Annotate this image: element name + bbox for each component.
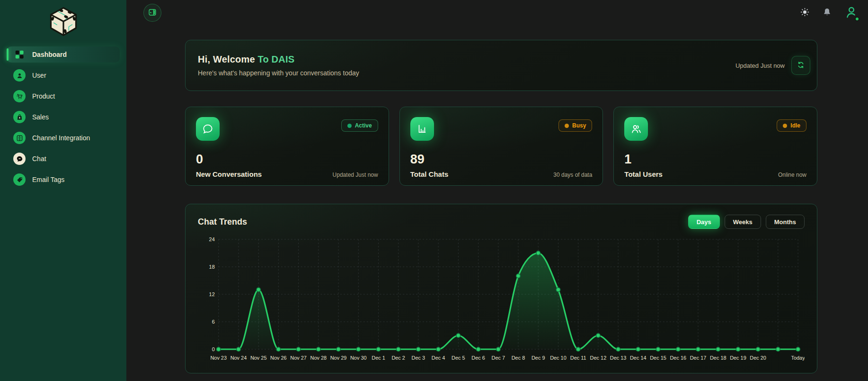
- svg-text:Nov 27: Nov 27: [290, 355, 307, 361]
- stat-label: New Conversations: [196, 170, 262, 178]
- svg-text:Dec 3: Dec 3: [412, 355, 425, 361]
- sidebar-item-chat[interactable]: Chat: [7, 151, 120, 167]
- stat-value: 1: [624, 152, 806, 167]
- svg-text:0: 0: [212, 346, 215, 352]
- svg-text:6: 6: [212, 319, 215, 325]
- status-badge-label: Idle: [790, 122, 800, 129]
- chart-title: Chat Trends: [198, 217, 247, 227]
- svg-text:Dec 7: Dec 7: [492, 355, 505, 361]
- sidebar-item-label: Dashboard: [32, 51, 67, 58]
- svg-text:Dec 9: Dec 9: [531, 355, 545, 361]
- user-avatar-button[interactable]: [844, 5, 859, 21]
- banner-right: Updated Just now: [735, 56, 810, 75]
- stat-label: Total Users: [624, 170, 663, 178]
- svg-text:Dec 2: Dec 2: [391, 355, 405, 361]
- svg-text:Nov 25: Nov 25: [250, 355, 267, 361]
- svg-text:Dec 19: Dec 19: [730, 355, 746, 361]
- range-button-weeks[interactable]: Weeks: [725, 215, 761, 229]
- svg-text:Dec 15: Dec 15: [650, 355, 666, 361]
- status-badge: Active: [341, 119, 378, 132]
- svg-text:Dec 11: Dec 11: [570, 355, 586, 361]
- welcome-banner: Hi, Welcome To DAIS Here's what's happen…: [185, 40, 817, 91]
- sidebar-item-label: User: [32, 72, 46, 79]
- dashboard-content: Hi, Welcome To DAIS Here's what's happen…: [126, 40, 868, 373]
- welcome-text-block: Hi, Welcome To DAIS Here's what's happen…: [198, 54, 359, 77]
- chart-svg: 06121824Nov 23Nov 24Nov 25Nov 26Nov 27No…: [198, 235, 805, 363]
- welcome-title-accent: To DAIS: [258, 54, 295, 64]
- svg-text:Dec 16: Dec 16: [670, 355, 686, 361]
- status-badge: Idle: [777, 119, 806, 132]
- sidebar-nav: Dashboard User Product: [7, 46, 120, 188]
- sidebar-item-dashboard[interactable]: Dashboard: [7, 46, 120, 63]
- welcome-title-prefix: Hi, Welcome: [198, 54, 258, 64]
- status-dot: [347, 124, 352, 128]
- notifications-button[interactable]: [822, 7, 832, 18]
- sidebar-item-label: Channel Integration: [32, 134, 90, 142]
- stat-value: 89: [410, 152, 593, 167]
- theme-toggle-button[interactable]: [800, 7, 810, 18]
- chat-trends-card: Chat Trends Days Weeks Months 06121824No…: [185, 204, 817, 373]
- stat-label: Total Chats: [410, 170, 449, 178]
- status-dot: [783, 124, 787, 128]
- channel-icon: [13, 132, 26, 144]
- svg-text:24: 24: [209, 236, 215, 242]
- svg-text:Dec 5: Dec 5: [452, 355, 465, 361]
- stat-meta: 30 days of data: [553, 172, 592, 178]
- stat-card-new-conversations: Active 0 New Conversations Updated Just …: [185, 107, 389, 186]
- sidebar-item-user[interactable]: User: [7, 67, 120, 83]
- svg-text:Nov 23: Nov 23: [210, 355, 227, 361]
- status-dot: [565, 124, 569, 128]
- svg-text:Dec 14: Dec 14: [630, 355, 647, 361]
- status-badge: Busy: [558, 119, 592, 132]
- main-area: Hi, Welcome To DAIS Here's what's happen…: [126, 0, 868, 381]
- sidebar: Dashboard User Product: [0, 0, 126, 381]
- status-badge-label: Active: [355, 122, 372, 129]
- svg-text:Dec 18: Dec 18: [710, 355, 726, 361]
- topbar-actions: [800, 5, 859, 21]
- sidebar-item-label: Chat: [32, 155, 46, 163]
- svg-text:Dec 20: Dec 20: [750, 355, 766, 361]
- stat-meta: Online now: [778, 172, 806, 178]
- stat-value: 0: [196, 152, 378, 167]
- svg-text:Nov 24: Nov 24: [230, 355, 247, 361]
- refresh-button[interactable]: [791, 56, 810, 75]
- refresh-icon: [796, 60, 806, 71]
- svg-text:Nov 30: Nov 30: [350, 355, 367, 361]
- tag-icon: [13, 173, 26, 186]
- sidebar-item-label: Sales: [32, 113, 49, 121]
- sidebar-item-label: Product: [32, 92, 55, 100]
- status-badge-label: Busy: [572, 122, 586, 129]
- svg-text:Dec 17: Dec 17: [690, 355, 707, 361]
- sidebar-toggle-button[interactable]: [143, 4, 161, 22]
- shopping-bag-icon: [13, 111, 26, 123]
- svg-text:Nov 28: Nov 28: [310, 355, 327, 361]
- svg-text:Nov 26: Nov 26: [270, 355, 287, 361]
- svg-text:Dec 10: Dec 10: [550, 355, 567, 361]
- stat-bottom-row: Total Chats 30 days of data: [410, 170, 593, 178]
- welcome-subtitle: Here's what's happening with your conver…: [198, 69, 359, 77]
- stat-meta: Updated Just now: [333, 172, 378, 178]
- stat-bottom-row: New Conversations Updated Just now: [196, 170, 378, 178]
- svg-text:Dec 12: Dec 12: [590, 355, 607, 361]
- sidebar-item-product[interactable]: Product: [7, 88, 120, 104]
- bell-icon: [822, 7, 832, 18]
- stats-row: Active 0 New Conversations Updated Just …: [185, 107, 817, 186]
- sidebar-item-email-tags[interactable]: Email Tags: [7, 172, 120, 188]
- svg-text:Dec 4: Dec 4: [432, 355, 445, 361]
- svg-text:Today: Today: [791, 355, 805, 361]
- svg-text:12: 12: [209, 291, 215, 297]
- sidebar-item-channel-integration[interactable]: Channel Integration: [7, 130, 120, 146]
- stat-card-total-chats: Busy 89 Total Chats 30 days of data: [399, 107, 603, 186]
- online-status-dot: [855, 17, 859, 21]
- range-button-months[interactable]: Months: [766, 215, 805, 229]
- svg-text:Nov 29: Nov 29: [330, 355, 347, 361]
- range-button-group: Days Weeks Months: [688, 215, 805, 229]
- panel-toggle-icon: [147, 7, 158, 19]
- svg-text:Dec 6: Dec 6: [471, 355, 485, 361]
- svg-text:Dec 13: Dec 13: [610, 355, 627, 361]
- chart-header: Chat Trends Days Weeks Months: [198, 215, 805, 229]
- stat-card-total-users: Idle 1 Total Users Online now: [613, 107, 817, 186]
- range-button-days[interactable]: Days: [688, 215, 720, 229]
- sidebar-item-sales[interactable]: Sales: [7, 109, 120, 125]
- grid-icon: [14, 49, 25, 60]
